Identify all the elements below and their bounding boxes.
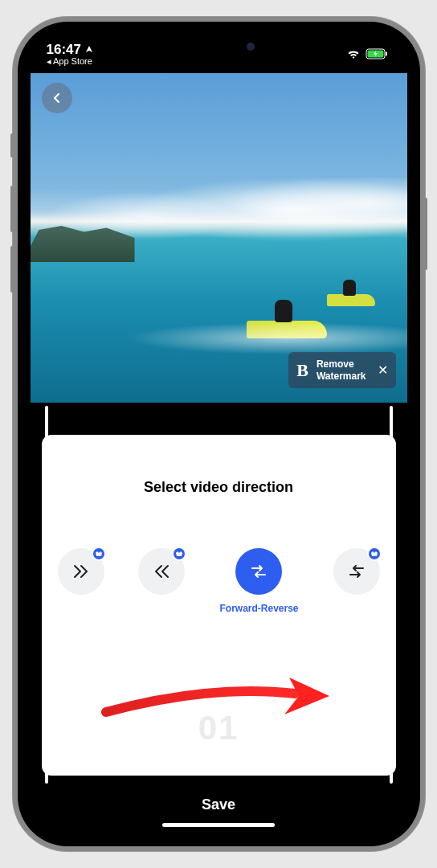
right-rail xyxy=(390,406,393,784)
forward-reverse-icon xyxy=(247,560,270,583)
premium-badge-icon xyxy=(92,547,106,561)
status-time: 16:47 xyxy=(47,42,81,58)
option-forward-reverse[interactable]: Forward-Reverse xyxy=(219,548,298,615)
page-number: 01 xyxy=(198,709,239,747)
option-forward[interactable] xyxy=(58,548,104,615)
left-rail xyxy=(45,406,48,784)
watermark-line2: Watermark xyxy=(317,371,366,382)
app-logo-b: B xyxy=(296,360,308,381)
watermark-line1: Remove xyxy=(317,358,366,370)
direction-options: Forward-Reverse xyxy=(56,548,382,615)
volume-up xyxy=(10,186,14,232)
volume-down xyxy=(10,246,14,293)
video-preview[interactable]: B Remove Watermark ✕ 00:02.533 xyxy=(31,73,407,403)
reverse-icon xyxy=(151,561,172,582)
reverse-forward-icon xyxy=(345,560,368,583)
forward-icon xyxy=(71,561,92,582)
location-icon xyxy=(84,45,94,55)
close-icon[interactable]: ✕ xyxy=(378,362,388,378)
mute-switch xyxy=(10,133,14,158)
battery-charging-icon xyxy=(366,48,388,59)
remove-watermark-badge[interactable]: B Remove Watermark ✕ xyxy=(288,352,395,388)
premium-badge-icon xyxy=(367,547,382,561)
back-to-app[interactable]: ◂ App Store xyxy=(47,56,94,67)
wifi-icon xyxy=(346,49,361,59)
option-reverse-forward[interactable] xyxy=(333,548,380,615)
power-button xyxy=(424,198,427,270)
option-reverse[interactable] xyxy=(138,548,185,615)
panel-title: Select video direction xyxy=(144,479,293,496)
premium-badge-icon xyxy=(172,547,186,561)
phone-frame: 16:47 ◂ App Store xyxy=(13,17,425,851)
controls-panel: Select video direction xyxy=(42,435,396,776)
svg-rect-2 xyxy=(386,52,387,56)
chevron-left-icon xyxy=(51,92,63,104)
option-label: Forward-Reverse xyxy=(219,603,298,615)
notch xyxy=(138,35,299,57)
home-indicator[interactable] xyxy=(162,823,275,827)
back-button[interactable] xyxy=(42,83,72,113)
screen: 16:47 ◂ App Store xyxy=(31,35,407,833)
